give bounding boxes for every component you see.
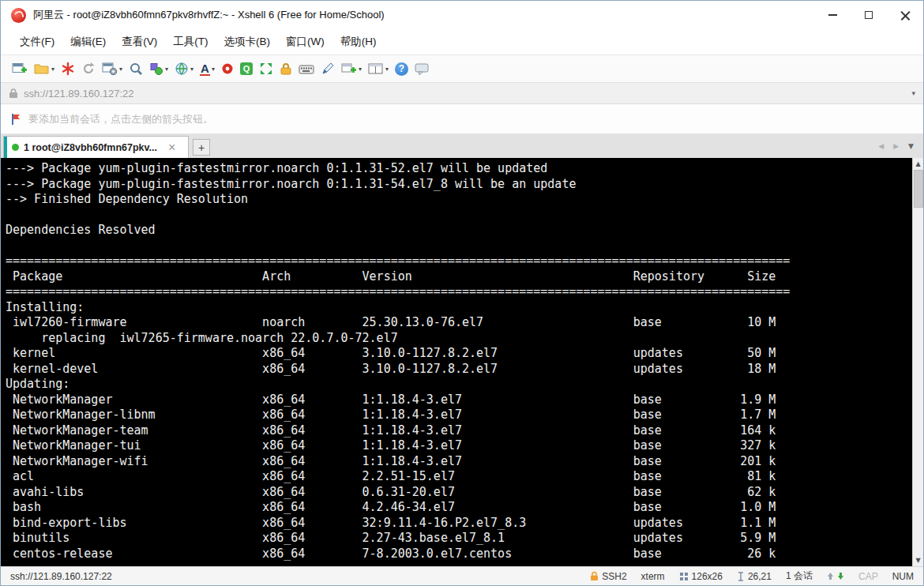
cursor-position-icon [737, 572, 745, 581]
session-tab[interactable]: 1 root@iZ8vbh60fmn67pkv... × [3, 136, 189, 158]
terminal-line: ---> Package yum-plugin-fastestmirror.no… [6, 177, 912, 193]
maximize-button[interactable] [851, 1, 887, 29]
open-session-icon[interactable]: ▾ [31, 57, 58, 81]
terminal-line: kernel-devel x86_64 3.10.0-1127.8.2.el7 … [6, 362, 912, 378]
menu-item[interactable]: 文件(F) [12, 31, 62, 53]
dropdown-caret-icon[interactable]: ▾ [119, 66, 122, 73]
terminal-line: binutils x86_64 2.27-43.base.el7_8.1 upd… [6, 531, 912, 547]
dropdown-caret-icon[interactable]: ▾ [212, 66, 215, 73]
menu-item[interactable]: 窗口(W) [278, 31, 332, 53]
terminal-line: replacing iwl7265-firmware.noarch 22.0.7… [6, 331, 912, 347]
tab-accent-bar [4, 137, 7, 158]
new-session-icon[interactable] [9, 57, 31, 81]
dropdown-caret-icon[interactable]: ▾ [190, 66, 193, 73]
upload-arrow-icon [827, 572, 834, 580]
menu-item[interactable]: 工具(T) [165, 31, 216, 53]
tab-list-menu-icon[interactable]: ▼ [908, 142, 914, 150]
status-address: ssh://121.89.160.127:22 [10, 571, 576, 582]
new-tab-button[interactable]: + [193, 139, 210, 156]
ssh-lock-icon [590, 571, 599, 581]
font-icon[interactable]: A▾ [197, 57, 218, 81]
terminal-line: avahi-libs x86_64 0.6.31-20.el7 base 62 … [6, 485, 912, 501]
screen-size-icon [679, 572, 689, 581]
terminal-area: ---> Package yum-plugin-fastestmirror.no… [1, 158, 923, 566]
find-icon[interactable] [126, 57, 146, 81]
dropdown-caret-icon[interactable]: ▾ [165, 66, 168, 73]
terminal-line: Updating: [6, 377, 912, 393]
terminal-line: NetworkManager-libnm x86_64 1:1.18.4-3.e… [6, 408, 912, 423]
connected-status-icon [12, 144, 19, 151]
lock-screen-icon[interactable] [276, 57, 295, 81]
scrollbar-thumb[interactable] [914, 170, 923, 208]
terminal-line: ========================================… [6, 254, 912, 269]
terminal-output[interactable]: ---> Package yum-plugin-fastestmirror.no… [1, 158, 912, 566]
tab-scroll-left-icon[interactable]: ◀ [878, 142, 884, 150]
menu-item[interactable]: 查看(V) [114, 31, 165, 53]
session-properties-icon[interactable]: ▾ [99, 57, 126, 81]
status-protocol-label: SSH2 [602, 571, 626, 582]
file-transfer-icon[interactable]: ▾ [146, 57, 171, 81]
status-screen-size: 126x26 [679, 571, 723, 582]
terminal-line: NetworkManager x86_64 1:1.18.4-3.el7 bas… [6, 393, 912, 408]
fullscreen-icon[interactable] [256, 57, 276, 81]
terminal-line: Installing: [6, 300, 912, 316]
menu-item[interactable]: 选项卡(B) [216, 31, 279, 53]
xshell-window: 阿里云 - root@iZ8vbh60fmn67pkv8rhvffZ:~ - X… [0, 0, 924, 586]
maximize-icon [865, 11, 873, 19]
terminal-line [6, 239, 912, 254]
feedback-icon[interactable] [411, 57, 433, 81]
status-bar: ssh://121.89.160.127:22 SSH2 xterm 126x2… [1, 566, 923, 585]
status-terminal-type: xterm [641, 571, 665, 582]
quick-command-icon[interactable]: Q [237, 57, 256, 81]
status-session-count: 1 会话 [786, 569, 813, 583]
reconnect-icon[interactable] [78, 57, 99, 81]
terminal-line: NetworkManager-team x86_64 1:1.18.4-3.el… [6, 423, 912, 439]
scroll-up-icon[interactable]: ▲ [913, 158, 924, 170]
minimize-button[interactable] [814, 1, 851, 29]
disconnect-icon[interactable] [58, 57, 78, 81]
web-browser-icon[interactable]: ▾ [171, 57, 197, 81]
xshell-logo-icon [11, 8, 26, 23]
menu-item[interactable]: 编辑(E) [62, 31, 114, 53]
help-icon[interactable]: ? [392, 57, 411, 81]
download-arrow-icon [837, 572, 844, 580]
menu-item[interactable]: 帮助(H) [332, 31, 385, 53]
minimize-icon [828, 14, 837, 16]
keyboard-icon[interactable] [295, 57, 317, 81]
terminal-line: ========================================… [6, 284, 912, 300]
terminal-line: Package Arch Version Repository Size [6, 269, 912, 285]
terminal-line: kernel x86_64 3.10.0-1127.8.2.el7 update… [6, 346, 912, 362]
terminal-line: ---> Package yum-plugin-fastestmirror.no… [6, 161, 912, 177]
terminal-line: bind-export-libs x86_64 32:9.11.4-16.P2.… [6, 516, 912, 532]
address-dropdown-icon[interactable]: ▾ [911, 89, 915, 97]
dropdown-caret-icon[interactable]: ▾ [51, 66, 54, 73]
address-bar[interactable]: ssh://121.89.160.127:22 ▾ [1, 83, 923, 104]
toolbar: ▾ ▾ ▾ ▾ A▾ Q ▾ ▾ ? [1, 54, 923, 83]
tab-nav: ◀ ▶ ▼ [878, 134, 923, 158]
terminal-line: --> Finished Dependency Resolution [6, 192, 912, 208]
close-button[interactable] [887, 1, 923, 29]
title-bar: 阿里云 - root@iZ8vbh60fmn67pkv8rhvffZ:~ - X… [1, 1, 923, 29]
notice-text: 要添加当前会话，点击左侧的箭头按钮。 [28, 112, 213, 126]
tab-scroll-right-icon[interactable]: ▶ [893, 142, 899, 150]
tab-close-icon[interactable]: × [168, 141, 175, 154]
terminal-line: iwl7260-firmware noarch 25.30.13.0-76.el… [6, 315, 912, 331]
address-lock-icon [9, 88, 18, 99]
window-controls [814, 1, 923, 29]
address-input[interactable]: ssh://121.89.160.127:22 [24, 88, 911, 100]
tab-bar: 1 root@iZ8vbh60fmn67pkv... × + ◀ ▶ ▼ [1, 134, 923, 158]
status-screen-size-label: 126x26 [692, 571, 723, 582]
compose-pen-icon[interactable] [317, 57, 338, 81]
status-protocol: SSH2 [590, 571, 626, 582]
num-lock-indicator: NUM [892, 571, 914, 582]
status-cursor-position-label: 26,21 [748, 571, 772, 582]
status-transfer-arrows [827, 572, 844, 580]
dropdown-caret-icon[interactable]: ▾ [359, 66, 362, 73]
new-terminal-icon[interactable]: ▾ [338, 57, 365, 81]
terminal-scrollbar[interactable]: ▲ ▼ [912, 158, 923, 566]
bookmark-flag-icon[interactable] [10, 113, 21, 126]
scroll-down-icon[interactable]: ▼ [913, 554, 924, 566]
record-icon[interactable] [218, 57, 237, 81]
dropdown-caret-icon[interactable]: ▾ [385, 66, 389, 73]
layout-icon[interactable]: ▾ [365, 57, 392, 81]
